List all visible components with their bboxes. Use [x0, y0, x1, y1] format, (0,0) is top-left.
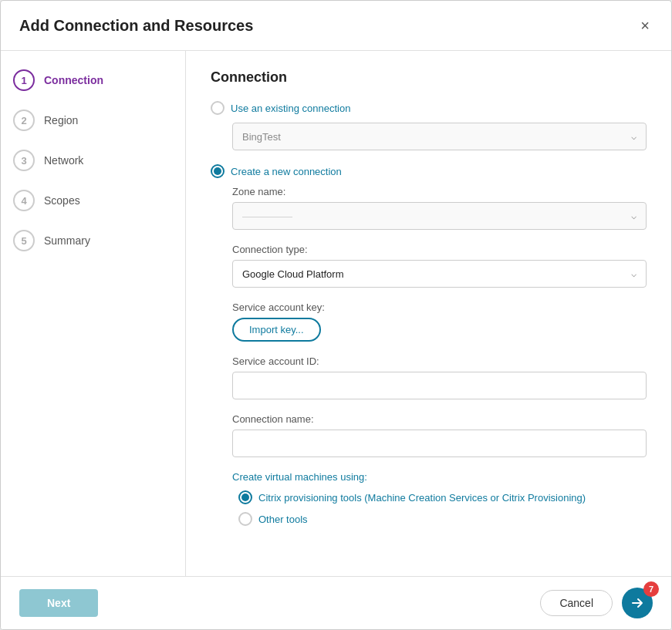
connection-type-group: Connection type: Google Cloud Platform ⌵	[211, 244, 647, 288]
service-account-id-input[interactable]	[232, 372, 647, 399]
create-vm-group: Create virtual machines using: Citrix pr…	[211, 471, 647, 526]
service-account-id-label: Service account ID:	[232, 355, 647, 367]
zone-name-dropdown[interactable]: ――――― ⌵	[232, 202, 647, 230]
create-new-row: Create a new connection	[211, 164, 647, 178]
zone-name-label: Zone name:	[232, 186, 647, 197]
citrix-provisioning-row: Citrix provisioning tools (Machine Creat…	[232, 490, 647, 504]
create-vm-label: Create virtual machines using:	[232, 471, 647, 483]
connection-type-dropdown[interactable]: Google Cloud Platform ⌵	[232, 260, 647, 288]
main-content: Connection Use an existing connection Bi…	[186, 51, 671, 576]
next-button[interactable]: Next	[19, 589, 98, 617]
zone-name-value: ―――――	[242, 211, 292, 222]
sidebar-item-scopes[interactable]: 4 Scopes	[13, 190, 173, 211]
sidebar-item-connection[interactable]: 1 Connection	[13, 69, 173, 91]
existing-connection-dropdown[interactable]: BingTest ⌵	[232, 123, 647, 150]
connection-name-input[interactable]	[232, 430, 647, 457]
connection-name-label: Connection name:	[232, 413, 647, 425]
connection-type-arrow: ⌵	[631, 268, 637, 279]
connection-type-value: Google Cloud Platform	[242, 268, 344, 280]
sidebar: 1 Connection 2 Region 3 Network 4 Scopes…	[1, 51, 186, 576]
dialog-body: 1 Connection 2 Region 3 Network 4 Scopes…	[1, 51, 671, 576]
sidebar-item-region[interactable]: 2 Region	[13, 109, 173, 131]
step-circle-4: 4	[13, 190, 35, 211]
step-label-summary: Summary	[44, 234, 90, 247]
step-label-connection: Connection	[44, 74, 103, 86]
sidebar-item-summary[interactable]: 5 Summary	[13, 230, 173, 251]
use-existing-radio[interactable]	[211, 101, 225, 115]
step-circle-3: 3	[13, 150, 35, 171]
service-account-key-group: Service account key: Import key...	[211, 302, 647, 342]
zone-dropdown-arrow: ⌵	[631, 211, 637, 221]
existing-connection-group: BingTest ⌵	[211, 123, 647, 150]
step-label-network: Network	[44, 154, 83, 167]
nav-arrow-icon	[630, 595, 645, 611]
create-new-radio[interactable]	[211, 164, 225, 178]
citrix-provisioning-radio[interactable]	[238, 490, 252, 504]
other-tools-radio[interactable]	[238, 512, 252, 526]
create-new-label[interactable]: Create a new connection	[231, 166, 342, 177]
sidebar-item-network[interactable]: 3 Network	[13, 150, 173, 171]
add-connection-dialog: Add Connection and Resources × 1 Connect…	[0, 0, 672, 630]
section-title: Connection	[211, 69, 647, 86]
cancel-button[interactable]: Cancel	[540, 590, 613, 616]
other-tools-row: Other tools	[232, 512, 647, 526]
service-account-key-label: Service account key:	[232, 302, 647, 313]
use-existing-label[interactable]: Use an existing connection	[231, 103, 350, 114]
step-circle-2: 2	[13, 109, 35, 131]
connection-name-group: Connection name:	[211, 413, 647, 457]
dialog-header: Add Connection and Resources ×	[1, 1, 671, 51]
other-tools-label[interactable]: Other tools	[258, 514, 308, 525]
existing-connection-value: BingTest	[242, 131, 281, 143]
dialog-footer: Next Cancel 7	[1, 576, 671, 629]
connection-type-label: Connection type:	[232, 244, 647, 255]
use-existing-row: Use an existing connection	[211, 101, 647, 115]
nav-badge: 7	[643, 581, 659, 597]
service-account-id-group: Service account ID:	[211, 355, 647, 399]
step-circle-1: 1	[13, 69, 35, 91]
dialog-title: Add Connection and Resources	[19, 17, 253, 35]
step-label-region: Region	[44, 114, 78, 126]
nav-btn-wrapper: 7	[622, 588, 653, 618]
step-label-scopes: Scopes	[44, 194, 80, 207]
zone-name-group: Zone name: ――――― ⌵	[211, 186, 647, 230]
footer-right: Cancel 7	[540, 588, 653, 618]
existing-dropdown-arrow: ⌵	[631, 131, 637, 142]
import-key-button[interactable]: Import key...	[232, 318, 321, 342]
citrix-provisioning-label[interactable]: Citrix provisioning tools (Machine Creat…	[258, 492, 586, 504]
step-circle-5: 5	[13, 230, 35, 251]
close-button[interactable]: ×	[637, 15, 653, 36]
